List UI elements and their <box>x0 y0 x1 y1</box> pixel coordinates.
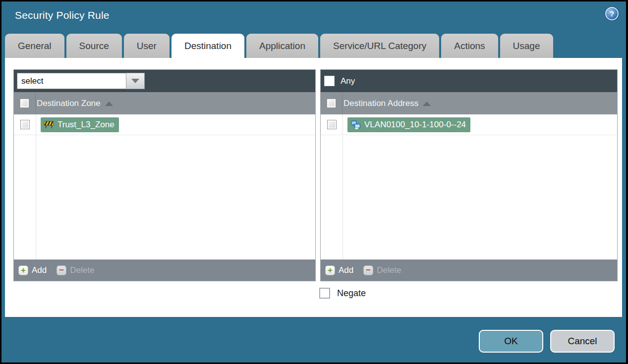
network-address-icon <box>350 120 361 129</box>
negate-option: Negate <box>319 288 366 299</box>
zone-item-label: Trust_L3_Zone <box>57 120 114 130</box>
minus-icon: − <box>363 265 373 275</box>
tab-destination[interactable]: Destination <box>171 34 244 58</box>
tab-user[interactable]: User <box>124 34 170 58</box>
zone-add-button[interactable]: + Add <box>18 265 47 275</box>
address-delete-label: Delete <box>377 265 401 275</box>
minus-icon: − <box>57 265 66 275</box>
address-add-button[interactable]: + Add <box>325 265 353 275</box>
address-delete-button[interactable]: − Delete <box>363 265 401 275</box>
tab-service-url-category[interactable]: Service/URL Category <box>320 34 439 58</box>
tab-usage[interactable]: Usage <box>500 34 553 58</box>
plus-icon: + <box>18 265 28 275</box>
address-item-label: VLAN0100_10-1-100-0--24 <box>364 120 466 130</box>
tab-application[interactable]: Application <box>246 34 318 58</box>
dialog-title: Security Policy Rule <box>15 9 110 21</box>
zone-barrier-icon <box>44 120 54 129</box>
zone-item-trust-l3-zone[interactable]: Trust_L3_Zone <box>41 117 119 132</box>
zone-column-header-label: Destination Zone <box>37 99 101 108</box>
zone-rows-area: Trust_L3_Zone <box>14 114 315 260</box>
address-column-header-label: Destination Address <box>343 99 418 108</box>
zone-select-all-checkbox[interactable] <box>20 99 29 108</box>
address-column-header[interactable]: Destination Address <box>321 92 617 114</box>
destination-zone-panel: Destination Zone <box>13 69 316 281</box>
tab-actions[interactable]: Actions <box>441 34 498 58</box>
dialog-titlebar: Security Policy Rule ? <box>1 1 626 32</box>
zone-add-label: Add <box>32 265 47 275</box>
table-row: VLAN0100_10-1-100-0--24 <box>321 114 617 135</box>
negate-checkbox[interactable] <box>319 288 330 299</box>
table-row: Trust_L3_Zone <box>14 114 315 135</box>
cancel-button[interactable]: Cancel <box>550 330 615 353</box>
dialog-buttons: OK Cancel <box>479 330 615 353</box>
zone-delete-label: Delete <box>70 265 94 275</box>
ok-button[interactable]: OK <box>479 330 543 353</box>
zone-column-header[interactable]: Destination Zone <box>14 92 315 114</box>
address-rows-area: VLAN0100_10-1-100-0--24 <box>321 114 617 260</box>
tab-general[interactable]: General <box>5 34 64 58</box>
tab-strip: General Source User Destination Applicat… <box>5 34 623 58</box>
any-label: Any <box>341 76 355 86</box>
address-toolbar: Any <box>321 70 617 92</box>
sort-ascending-icon <box>423 102 431 106</box>
negate-label: Negate <box>337 288 366 299</box>
zone-delete-button[interactable]: − Delete <box>57 265 94 275</box>
sort-ascending-icon <box>105 102 113 106</box>
zone-footer: + Add − Delete <box>14 260 315 281</box>
destination-address-panel: Any Destination Address <box>320 69 618 281</box>
plus-icon: + <box>325 265 335 275</box>
destination-tab-content: Destination Zone <box>5 58 622 317</box>
any-checkbox[interactable] <box>324 76 335 86</box>
zone-type-select-dropdown-button[interactable] <box>126 73 145 89</box>
help-icon[interactable]: ? <box>605 7 619 20</box>
address-footer: + Add − Delete <box>321 260 617 281</box>
zone-toolbar <box>14 70 315 92</box>
address-add-label: Add <box>339 265 353 275</box>
chevron-down-icon <box>131 79 139 83</box>
address-row-checkbox[interactable] <box>327 120 337 129</box>
security-policy-rule-dialog: Security Policy Rule ? General Source Us… <box>1 1 626 363</box>
tab-source[interactable]: Source <box>66 34 122 58</box>
zone-row-checkbox[interactable] <box>20 120 30 129</box>
address-item-vlan0100[interactable]: VLAN0100_10-1-100-0--24 <box>347 117 470 132</box>
address-select-all-checkbox[interactable] <box>327 99 336 108</box>
zone-type-select-input[interactable] <box>17 73 126 89</box>
